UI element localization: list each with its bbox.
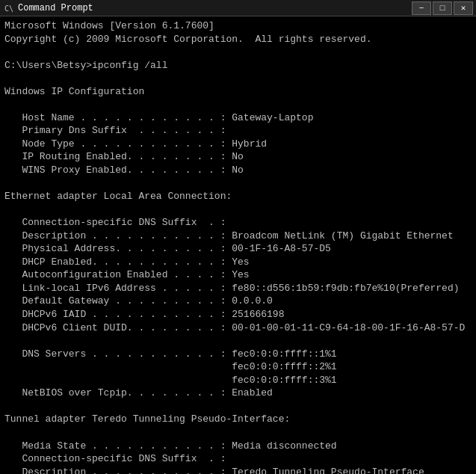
console-line <box>4 426 472 440</box>
console-line: Description . . . . . . . . . . . : Broa… <box>4 230 472 243</box>
console-output: Microsoft Windows [Version 6.1.7600]Copy… <box>0 16 476 474</box>
console-line: Microsoft Windows [Version 6.1.7600] <box>4 19 472 33</box>
console-line: WINS Proxy Enabled. . . . . . . . : No <box>4 164 472 177</box>
close-button[interactable]: ✕ <box>454 1 473 15</box>
cmd-icon: C\ <box>3 2 15 14</box>
console-line <box>4 400 472 413</box>
maximize-button[interactable]: □ <box>433 1 452 15</box>
console-line <box>4 334 472 348</box>
console-line: DHCPv6 Client DUID. . . . . . . . : 00-0… <box>4 321 472 335</box>
console-line <box>4 177 472 191</box>
console-line: fec0:0:0:ffff::2%1 <box>4 360 472 374</box>
console-line: Host Name . . . . . . . . . . . . : Gate… <box>4 111 472 125</box>
console-line: Tunnel adapter Teredo Tunneling Pseudo-I… <box>4 413 472 426</box>
console-line: DHCP Enabled. . . . . . . . . . . : Yes <box>4 256 472 269</box>
console-line <box>4 72 472 85</box>
console-line: Link-local IPv6 Address . . . . . : fe80… <box>4 282 472 295</box>
console-line: C:\Users\Betsy>ipconfig /all <box>4 59 472 73</box>
console-line: fec0:0:0:ffff::3%1 <box>4 374 472 387</box>
console-line <box>4 98 472 111</box>
console-line: Default Gateway . . . . . . . . . : 0.0.… <box>4 295 472 308</box>
console-line: Copyright (c) 2009 Microsoft Corporation… <box>4 33 472 46</box>
console-line: IP Routing Enabled. . . . . . . . : No <box>4 150 472 164</box>
console-line: Primary Dns Suffix . . . . . . . : <box>4 124 472 138</box>
minimize-button[interactable]: − <box>412 1 431 15</box>
svg-text:C\: C\ <box>4 4 13 13</box>
console-line <box>4 46 472 59</box>
console-line: Ethernet adapter Local Area Connection: <box>4 190 472 203</box>
console-line: DNS Servers . . . . . . . . . . . : fec0… <box>4 348 472 361</box>
title-bar: C\ Command Prompt − □ ✕ <box>0 0 476 16</box>
console-line: Node Type . . . . . . . . . . . . : Hybr… <box>4 138 472 151</box>
console-line: Autoconfiguration Enabled . . . . : Yes <box>4 268 472 282</box>
console-line: Connection-specific DNS Suffix . : <box>4 452 472 466</box>
console-line <box>4 203 472 217</box>
console-line: Description . . . . . . . . . . . : Tere… <box>4 466 472 474</box>
window-title: Command Prompt <box>18 3 93 13</box>
console-line: Physical Address. . . . . . . . . : 00-1… <box>4 242 472 256</box>
console-line: Media State . . . . . . . . . . . : Medi… <box>4 440 472 453</box>
console-line: Connection-specific DNS Suffix . : <box>4 216 472 230</box>
console-line: Windows IP Configuration <box>4 85 472 99</box>
console-line: NetBIOS over Tcpip. . . . . . . . : Enab… <box>4 387 472 400</box>
console-line: DHCPv6 IAID . . . . . . . . . . . : 2516… <box>4 308 472 321</box>
